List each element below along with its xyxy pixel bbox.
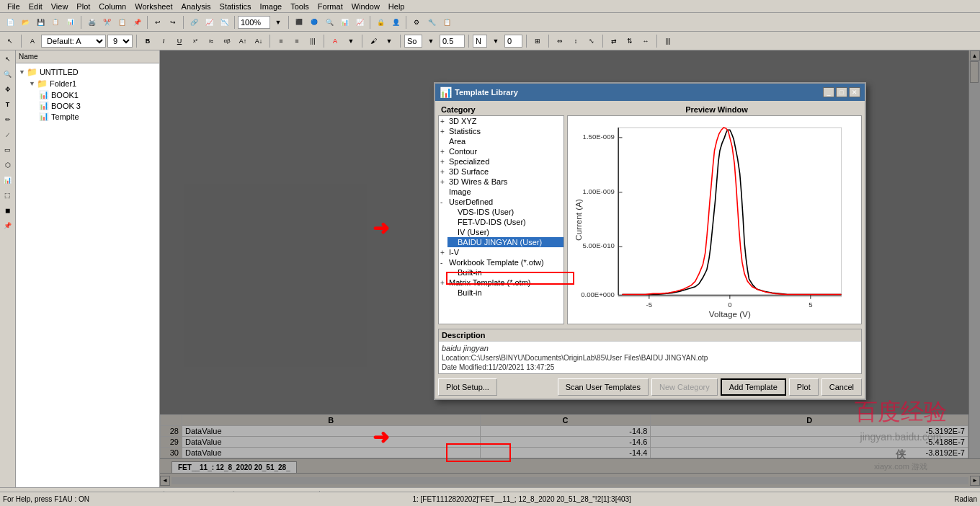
fmt-tb9[interactable]: ⊞ — [530, 34, 545, 48]
tb14[interactable]: ▼ — [271, 15, 285, 30]
underline-btn[interactable]: U — [172, 34, 187, 48]
minimize-btn[interactable]: _ — [823, 87, 834, 97]
size-select[interactable]: 9 — [107, 35, 133, 48]
open-btn[interactable]: 📂 — [18, 15, 32, 30]
lt-polygon[interactable]: ⬡ — [1, 158, 15, 172]
cancel-button[interactable]: Cancel — [821, 378, 862, 396]
subscript-btn[interactable]: x₂ — [204, 34, 218, 48]
tb7[interactable]: 📋 — [115, 15, 129, 30]
tb13[interactable]: 📉 — [217, 15, 231, 30]
fmt-tb7[interactable]: ▼ — [424, 34, 438, 48]
cat-3dsurface[interactable]: + 3D Surface — [439, 167, 564, 177]
lt-rect[interactable]: ▭ — [1, 143, 15, 157]
cat-3dwires[interactable]: + 3D Wires & Bars — [439, 177, 564, 187]
cat-fet-vd-ids[interactable]: + FET-VD-IDS (User) — [447, 217, 564, 227]
fmt-tb6[interactable]: ▼ — [382, 34, 396, 48]
italic-btn[interactable]: I — [156, 34, 171, 48]
menu-window[interactable]: Window — [347, 2, 384, 11]
tree-untitled[interactable]: ▼ 📁 UNTITLED — [17, 66, 158, 78]
lt-mask[interactable]: ◼ — [1, 203, 15, 218]
tb11[interactable]: 🔗 — [187, 15, 201, 30]
new-btn[interactable]: 📄 — [3, 15, 17, 30]
tb22[interactable]: ⚙ — [409, 15, 424, 30]
menu-image[interactable]: Image — [256, 2, 287, 11]
tb19[interactable]: 📈 — [352, 15, 367, 30]
menu-worksheet[interactable]: Worksheet — [130, 2, 177, 11]
plot-button[interactable]: Plot — [789, 378, 819, 396]
greek-btn[interactable]: αβ — [220, 34, 234, 48]
lt-text[interactable]: T — [1, 97, 15, 112]
menu-plot[interactable]: Plot — [72, 2, 94, 11]
category-list[interactable]: + 3D XYZ + Statistics + Area — [438, 115, 564, 324]
lt-region[interactable]: ⬚ — [1, 188, 15, 203]
bold-btn[interactable]: B — [141, 34, 155, 48]
fmt-tb14[interactable]: ⇅ — [623, 34, 637, 48]
tb8[interactable]: 📌 — [130, 15, 144, 30]
tb21[interactable]: 👤 — [388, 15, 403, 30]
close-btn[interactable]: ✕ — [849, 87, 860, 97]
tb23[interactable]: 🔧 — [424, 15, 439, 30]
stroke-width[interactable] — [440, 35, 465, 48]
cat-vds-ids[interactable]: + VDS-IDS (User) — [447, 207, 564, 217]
cursor-btn[interactable]: ↖ — [3, 34, 17, 48]
lt-extra1[interactable]: 📌 — [1, 218, 15, 233]
tree-book3[interactable]: 📊 BOOK 3 — [37, 100, 158, 111]
cat-matrix-template[interactable]: + Matrix Template (*.otm) — [439, 278, 564, 288]
cat-iv-user[interactable]: + IV (User) — [447, 227, 564, 237]
cat-specialized[interactable]: + Specialized — [439, 156, 564, 167]
cat-statistics[interactable]: + Statistics — [439, 126, 564, 136]
new-category-button[interactable]: New Category — [651, 378, 718, 396]
cat-workbook-template[interactable]: - Workbook Template (*.otw) — [439, 257, 564, 267]
cat-area[interactable]: + Area — [439, 136, 564, 146]
menu-column[interactable]: Column — [94, 2, 130, 11]
save-btn[interactable]: 💾 — [33, 15, 48, 30]
align-center-btn[interactable]: ≡ — [290, 34, 304, 48]
menu-tools[interactable]: Tools — [286, 2, 313, 11]
align-left-btn[interactable]: ≡ — [274, 34, 288, 48]
menu-view[interactable]: View — [47, 2, 73, 11]
cat-image[interactable]: + Image — [439, 187, 564, 197]
fmt-tb1[interactable]: A — [25, 34, 40, 48]
menu-statistics[interactable]: Statistics — [215, 2, 256, 11]
fmt-tb8[interactable]: ▼ — [489, 34, 503, 48]
tb5[interactable]: 🖨️ — [84, 15, 99, 30]
cat-baidu-jingyan[interactable]: + BAIDU JINGYAN (User) — [447, 237, 564, 247]
tb18[interactable]: 📊 — [337, 15, 352, 30]
tree-folder1[interactable]: ▼ 📁 Folder1 — [27, 78, 158, 89]
cat-3dxyz[interactable]: + 3D XYZ — [439, 116, 564, 126]
cat-iv[interactable]: + I-V — [439, 247, 564, 257]
plot-setup-button[interactable]: Plot Setup... — [438, 378, 497, 396]
tb3[interactable]: 📋 — [48, 15, 63, 30]
font-color-btn[interactable]: A — [328, 34, 342, 48]
fmt-tb2[interactable]: A↑ — [236, 34, 250, 48]
lt-draw[interactable]: ✏ — [1, 112, 15, 127]
fmt-tb5[interactable]: ▼ — [344, 34, 358, 48]
tb12[interactable]: 📈 — [202, 15, 216, 30]
arrow-size[interactable] — [504, 35, 522, 48]
superscript-btn[interactable]: x² — [188, 34, 202, 48]
fmt-tb12[interactable]: ⤡ — [584, 34, 599, 48]
tb15[interactable]: ⬛ — [292, 15, 306, 30]
fmt-tb16[interactable]: ||| — [661, 34, 675, 48]
lt-arrow[interactable]: ↖ — [1, 52, 15, 66]
cat-builtin-mx[interactable]: + Built-in — [447, 288, 564, 298]
fmt-tb3[interactable]: A↓ — [251, 34, 266, 48]
maximize-btn[interactable]: □ — [836, 87, 847, 97]
fmt-tb15[interactable]: ↔ — [638, 34, 653, 48]
fmt-tb10[interactable]: ⇔ — [553, 34, 567, 48]
arrow-select[interactable] — [473, 35, 487, 48]
stroke-select[interactable] — [404, 35, 422, 48]
fill-color-btn[interactable]: 🖌 — [366, 34, 380, 48]
tb10[interactable]: ↪ — [166, 15, 180, 30]
fmt-tb11[interactable]: ↕ — [569, 34, 583, 48]
menu-edit[interactable]: Edit — [24, 2, 47, 11]
cat-contour[interactable]: + Contour — [439, 146, 564, 156]
cat-builtin-wb[interactable]: + Built-in — [447, 267, 564, 278]
menu-analysis[interactable]: Analysis — [177, 2, 215, 11]
font-select[interactable]: Default: A — [41, 35, 106, 48]
tb9[interactable]: ↩ — [151, 15, 165, 30]
lt-graph[interactable]: 📊 — [1, 173, 15, 187]
lt-zoom[interactable]: 🔍 — [1, 67, 15, 81]
tree-templte[interactable]: 📊 Templte — [37, 111, 158, 122]
add-template-button[interactable]: Add Template — [721, 378, 786, 396]
